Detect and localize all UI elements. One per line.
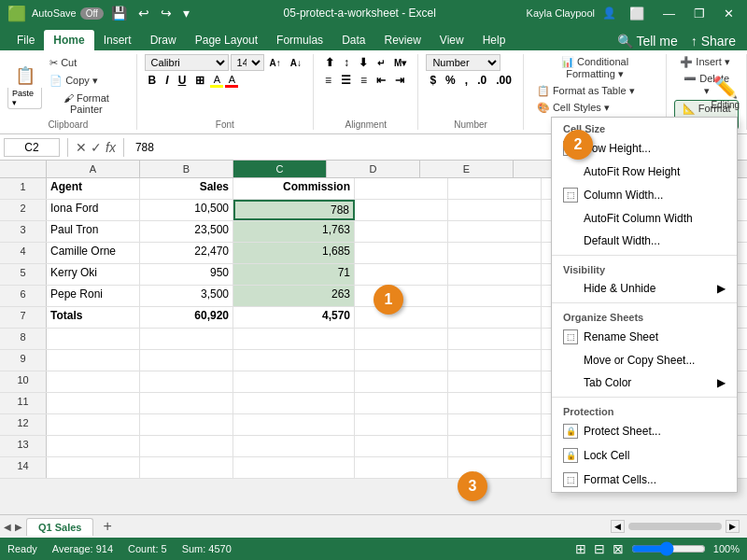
lock-cell-menu-item[interactable]: 🔒 Lock Cell — [552, 443, 737, 468]
underline-button[interactable]: U — [175, 72, 190, 89]
cell-d9[interactable] — [355, 350, 448, 371]
wrap-text-button[interactable]: ↵ — [374, 56, 388, 70]
autofit-row-menu-item[interactable]: AutoFit Row Height — [552, 161, 737, 183]
cell-b8[interactable] — [140, 329, 233, 349]
decrease-indent-button[interactable]: ⇤ — [373, 72, 389, 89]
row-num-9[interactable]: 9 — [0, 350, 47, 371]
format-cells-menu-item[interactable]: ⬚ Format Cells... — [552, 468, 737, 492]
cell-reference-input[interactable] — [4, 138, 60, 157]
cell-e7[interactable] — [448, 307, 542, 328]
normal-view-button[interactable]: ⊞ — [575, 541, 586, 556]
cell-a14[interactable] — [47, 457, 140, 478]
cell-c10[interactable] — [233, 371, 355, 392]
cell-d2[interactable] — [355, 200, 448, 220]
cell-styles-button[interactable]: 🎨 Cell Styles ▾ — [531, 100, 658, 116]
col-header-a[interactable]: A — [47, 161, 140, 177]
row-num-13[interactable]: 13 — [0, 436, 47, 456]
increase-decimal-button[interactable]: .00 — [492, 72, 515, 89]
row-num-6[interactable]: 6 — [0, 286, 47, 306]
zoom-slider[interactable] — [631, 541, 706, 556]
cell-c4[interactable]: 1,685 — [233, 243, 355, 263]
bold-button[interactable]: B — [145, 72, 161, 89]
move-copy-menu-item[interactable]: Move or Copy Sheet... — [552, 349, 737, 371]
row-num-3[interactable]: 3 — [0, 221, 47, 242]
col-header-b[interactable]: B — [140, 161, 233, 177]
cell-d5[interactable] — [355, 264, 448, 285]
merge-button[interactable]: M▾ — [390, 56, 410, 70]
scroll-left-button[interactable]: ◀ — [611, 520, 625, 533]
format-painter-button[interactable]: 🖌 Format Painter — [44, 91, 129, 117]
cell-e12[interactable] — [448, 414, 542, 435]
hide-unhide-menu-item[interactable]: Hide & Unhide ▶ — [552, 277, 737, 300]
font-size-select[interactable]: 14 — [231, 54, 264, 71]
cell-a11[interactable] — [47, 393, 140, 413]
font-family-select[interactable]: Calibri — [145, 54, 229, 71]
horizontal-scrollbar[interactable] — [628, 523, 722, 530]
cell-e3[interactable] — [448, 221, 542, 242]
tab-view[interactable]: View — [430, 30, 473, 50]
minimize-button[interactable]: — — [657, 5, 681, 22]
tab-formulas[interactable]: Formulas — [267, 30, 332, 50]
fill-color-button[interactable]: A — [210, 74, 223, 88]
cell-b11[interactable] — [140, 393, 233, 413]
cell-a7[interactable]: Totals — [47, 307, 140, 328]
cell-c14[interactable] — [233, 457, 355, 478]
undo-button[interactable]: ↩ — [134, 4, 153, 22]
default-width-menu-item[interactable]: Default Width... — [552, 230, 737, 252]
cell-e9[interactable] — [448, 350, 542, 371]
cell-b5[interactable]: 950 — [140, 264, 233, 285]
cell-a12[interactable] — [47, 414, 140, 435]
tab-page-layout[interactable]: Page Layout — [186, 30, 267, 50]
cell-b9[interactable] — [140, 350, 233, 371]
italic-button[interactable]: I — [162, 72, 172, 89]
rename-sheet-menu-item[interactable]: ⬚ Rename Sheet — [552, 325, 737, 349]
cell-a13[interactable] — [47, 436, 140, 456]
tab-help[interactable]: Help — [473, 30, 515, 50]
function-icon[interactable]: fx — [106, 140, 116, 155]
cell-d1[interactable] — [355, 178, 448, 199]
cell-c12[interactable] — [233, 414, 355, 435]
cell-b7[interactable]: 60,920 — [140, 307, 233, 328]
font-color-button[interactable]: A — [225, 74, 238, 88]
cell-c3[interactable]: 1,763 — [233, 221, 355, 242]
percent-button[interactable]: % — [442, 72, 459, 89]
cell-d14[interactable] — [355, 457, 448, 478]
cell-b2[interactable]: 10,500 — [140, 200, 233, 220]
cell-e8[interactable] — [448, 329, 542, 349]
cell-e11[interactable] — [448, 393, 542, 413]
cell-c7[interactable]: 4,570 — [233, 307, 355, 328]
cell-a6[interactable]: Pepe Roni — [47, 286, 140, 306]
column-width-menu-item[interactable]: ⬚ Column Width... — [552, 183, 737, 207]
cell-d8[interactable] — [355, 329, 448, 349]
sheet-tab-q1-sales[interactable]: Q1 Sales — [26, 518, 93, 536]
tab-data[interactable]: Data — [332, 30, 374, 50]
cell-d13[interactable] — [355, 436, 448, 456]
scroll-sheets-right[interactable]: ▶ — [15, 522, 22, 532]
cell-a10[interactable] — [47, 371, 140, 392]
align-right-button[interactable]: ≡ — [357, 72, 371, 89]
row-num-5[interactable]: 5 — [0, 264, 47, 285]
tab-file[interactable]: File — [7, 30, 44, 50]
customize-qat-button[interactable]: ▾ — [179, 4, 193, 22]
number-format-select[interactable]: Number — [426, 54, 500, 71]
row-num-2[interactable]: 2 — [0, 200, 47, 220]
increase-indent-button[interactable]: ⇥ — [391, 72, 408, 89]
row-num-10[interactable]: 10 — [0, 371, 47, 392]
col-header-d[interactable]: D — [327, 161, 420, 177]
cell-d12[interactable] — [355, 414, 448, 435]
row-num-4[interactable]: 4 — [0, 243, 47, 263]
cell-b13[interactable] — [140, 436, 233, 456]
cell-c9[interactable] — [233, 350, 355, 371]
cell-e4[interactable] — [448, 243, 542, 263]
align-center-button[interactable]: ☰ — [337, 72, 355, 89]
cell-c1[interactable]: Commission — [233, 178, 355, 199]
confirm-icon[interactable]: ✓ — [91, 140, 102, 155]
cell-a3[interactable]: Paul Tron — [47, 221, 140, 242]
scroll-right-button[interactable]: ▶ — [726, 520, 740, 533]
copy-button[interactable]: 📄 Copy ▾ — [44, 73, 129, 89]
cell-e2[interactable] — [448, 200, 542, 220]
cell-c2[interactable]: 788 — [233, 200, 355, 220]
cell-c11[interactable] — [233, 393, 355, 413]
cell-d10[interactable] — [355, 371, 448, 392]
currency-button[interactable]: $ — [426, 72, 440, 89]
